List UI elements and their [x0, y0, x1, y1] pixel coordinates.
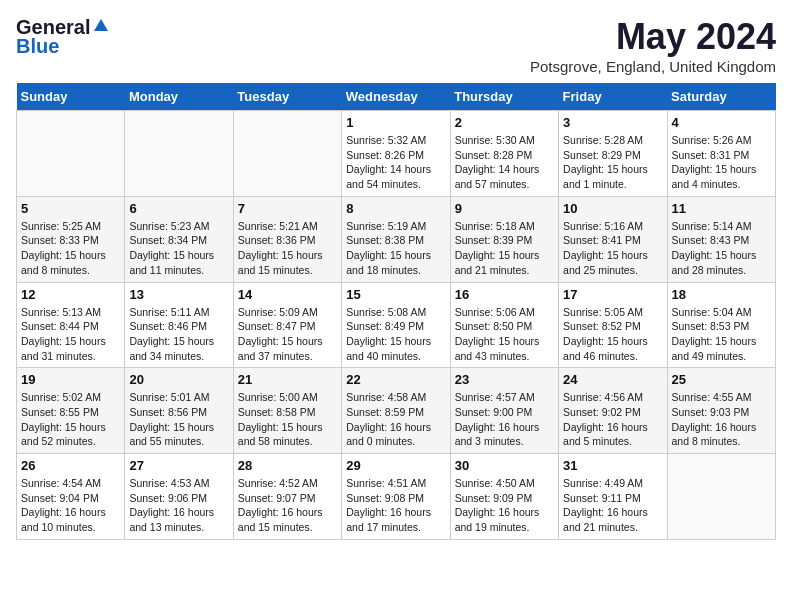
day-number: 25	[672, 372, 771, 387]
day-number: 1	[346, 115, 445, 130]
day-number: 12	[21, 287, 120, 302]
day-number: 31	[563, 458, 662, 473]
day-info: Sunrise: 4:49 AM Sunset: 9:11 PM Dayligh…	[563, 476, 662, 535]
day-cell: 4Sunrise: 5:26 AM Sunset: 8:31 PM Daylig…	[667, 111, 775, 197]
day-number: 22	[346, 372, 445, 387]
day-cell	[125, 111, 233, 197]
day-cell: 10Sunrise: 5:16 AM Sunset: 8:41 PM Dayli…	[559, 196, 667, 282]
day-cell: 20Sunrise: 5:01 AM Sunset: 8:56 PM Dayli…	[125, 368, 233, 454]
day-cell: 19Sunrise: 5:02 AM Sunset: 8:55 PM Dayli…	[17, 368, 125, 454]
day-number: 30	[455, 458, 554, 473]
col-thursday: Thursday	[450, 83, 558, 111]
day-cell: 21Sunrise: 5:00 AM Sunset: 8:58 PM Dayli…	[233, 368, 341, 454]
day-cell	[667, 454, 775, 540]
day-cell: 26Sunrise: 4:54 AM Sunset: 9:04 PM Dayli…	[17, 454, 125, 540]
week-row-2: 5Sunrise: 5:25 AM Sunset: 8:33 PM Daylig…	[17, 196, 776, 282]
day-info: Sunrise: 5:08 AM Sunset: 8:49 PM Dayligh…	[346, 305, 445, 364]
day-info: Sunrise: 5:28 AM Sunset: 8:29 PM Dayligh…	[563, 133, 662, 192]
day-cell: 16Sunrise: 5:06 AM Sunset: 8:50 PM Dayli…	[450, 282, 558, 368]
week-row-1: 1Sunrise: 5:32 AM Sunset: 8:26 PM Daylig…	[17, 111, 776, 197]
day-number: 19	[21, 372, 120, 387]
calendar-table: Sunday Monday Tuesday Wednesday Thursday…	[16, 83, 776, 540]
main-title: May 2024	[530, 16, 776, 58]
day-cell: 29Sunrise: 4:51 AM Sunset: 9:08 PM Dayli…	[342, 454, 450, 540]
day-info: Sunrise: 5:09 AM Sunset: 8:47 PM Dayligh…	[238, 305, 337, 364]
day-info: Sunrise: 4:53 AM Sunset: 9:06 PM Dayligh…	[129, 476, 228, 535]
day-info: Sunrise: 5:02 AM Sunset: 8:55 PM Dayligh…	[21, 390, 120, 449]
day-info: Sunrise: 5:30 AM Sunset: 8:28 PM Dayligh…	[455, 133, 554, 192]
day-number: 27	[129, 458, 228, 473]
day-cell: 14Sunrise: 5:09 AM Sunset: 8:47 PM Dayli…	[233, 282, 341, 368]
day-info: Sunrise: 5:18 AM Sunset: 8:39 PM Dayligh…	[455, 219, 554, 278]
day-info: Sunrise: 5:00 AM Sunset: 8:58 PM Dayligh…	[238, 390, 337, 449]
day-number: 5	[21, 201, 120, 216]
day-info: Sunrise: 5:16 AM Sunset: 8:41 PM Dayligh…	[563, 219, 662, 278]
day-cell: 24Sunrise: 4:56 AM Sunset: 9:02 PM Dayli…	[559, 368, 667, 454]
day-cell: 17Sunrise: 5:05 AM Sunset: 8:52 PM Dayli…	[559, 282, 667, 368]
day-number: 21	[238, 372, 337, 387]
day-cell: 3Sunrise: 5:28 AM Sunset: 8:29 PM Daylig…	[559, 111, 667, 197]
day-cell: 18Sunrise: 5:04 AM Sunset: 8:53 PM Dayli…	[667, 282, 775, 368]
day-info: Sunrise: 5:01 AM Sunset: 8:56 PM Dayligh…	[129, 390, 228, 449]
day-number: 23	[455, 372, 554, 387]
day-number: 2	[455, 115, 554, 130]
day-number: 18	[672, 287, 771, 302]
day-cell: 9Sunrise: 5:18 AM Sunset: 8:39 PM Daylig…	[450, 196, 558, 282]
day-cell: 1Sunrise: 5:32 AM Sunset: 8:26 PM Daylig…	[342, 111, 450, 197]
title-area: May 2024 Potsgrove, England, United King…	[530, 16, 776, 75]
day-cell: 28Sunrise: 4:52 AM Sunset: 9:07 PM Dayli…	[233, 454, 341, 540]
day-number: 17	[563, 287, 662, 302]
day-cell	[233, 111, 341, 197]
day-number: 6	[129, 201, 228, 216]
day-number: 3	[563, 115, 662, 130]
day-cell: 11Sunrise: 5:14 AM Sunset: 8:43 PM Dayli…	[667, 196, 775, 282]
day-cell: 8Sunrise: 5:19 AM Sunset: 8:38 PM Daylig…	[342, 196, 450, 282]
day-cell: 25Sunrise: 4:55 AM Sunset: 9:03 PM Dayli…	[667, 368, 775, 454]
day-cell: 30Sunrise: 4:50 AM Sunset: 9:09 PM Dayli…	[450, 454, 558, 540]
day-number: 9	[455, 201, 554, 216]
day-number: 29	[346, 458, 445, 473]
day-info: Sunrise: 5:26 AM Sunset: 8:31 PM Dayligh…	[672, 133, 771, 192]
day-number: 8	[346, 201, 445, 216]
day-cell: 22Sunrise: 4:58 AM Sunset: 8:59 PM Dayli…	[342, 368, 450, 454]
col-wednesday: Wednesday	[342, 83, 450, 111]
day-cell: 23Sunrise: 4:57 AM Sunset: 9:00 PM Dayli…	[450, 368, 558, 454]
day-number: 13	[129, 287, 228, 302]
day-cell: 13Sunrise: 5:11 AM Sunset: 8:46 PM Dayli…	[125, 282, 233, 368]
day-number: 10	[563, 201, 662, 216]
day-number: 20	[129, 372, 228, 387]
page-header: General Blue May 2024 Potsgrove, England…	[16, 16, 776, 75]
week-row-5: 26Sunrise: 4:54 AM Sunset: 9:04 PM Dayli…	[17, 454, 776, 540]
day-cell: 27Sunrise: 4:53 AM Sunset: 9:06 PM Dayli…	[125, 454, 233, 540]
day-number: 7	[238, 201, 337, 216]
subtitle: Potsgrove, England, United Kingdom	[530, 58, 776, 75]
day-info: Sunrise: 5:04 AM Sunset: 8:53 PM Dayligh…	[672, 305, 771, 364]
day-info: Sunrise: 4:50 AM Sunset: 9:09 PM Dayligh…	[455, 476, 554, 535]
calendar-header-row: Sunday Monday Tuesday Wednesday Thursday…	[17, 83, 776, 111]
day-info: Sunrise: 5:11 AM Sunset: 8:46 PM Dayligh…	[129, 305, 228, 364]
day-info: Sunrise: 5:21 AM Sunset: 8:36 PM Dayligh…	[238, 219, 337, 278]
day-number: 26	[21, 458, 120, 473]
day-cell: 15Sunrise: 5:08 AM Sunset: 8:49 PM Dayli…	[342, 282, 450, 368]
logo: General Blue	[16, 16, 110, 58]
day-info: Sunrise: 4:57 AM Sunset: 9:00 PM Dayligh…	[455, 390, 554, 449]
day-info: Sunrise: 4:51 AM Sunset: 9:08 PM Dayligh…	[346, 476, 445, 535]
day-info: Sunrise: 5:14 AM Sunset: 8:43 PM Dayligh…	[672, 219, 771, 278]
day-info: Sunrise: 5:06 AM Sunset: 8:50 PM Dayligh…	[455, 305, 554, 364]
week-row-4: 19Sunrise: 5:02 AM Sunset: 8:55 PM Dayli…	[17, 368, 776, 454]
logo-flag-icon	[92, 17, 110, 39]
day-cell: 5Sunrise: 5:25 AM Sunset: 8:33 PM Daylig…	[17, 196, 125, 282]
day-info: Sunrise: 5:13 AM Sunset: 8:44 PM Dayligh…	[21, 305, 120, 364]
day-number: 14	[238, 287, 337, 302]
day-info: Sunrise: 5:25 AM Sunset: 8:33 PM Dayligh…	[21, 219, 120, 278]
day-number: 28	[238, 458, 337, 473]
col-friday: Friday	[559, 83, 667, 111]
day-cell: 2Sunrise: 5:30 AM Sunset: 8:28 PM Daylig…	[450, 111, 558, 197]
day-info: Sunrise: 5:05 AM Sunset: 8:52 PM Dayligh…	[563, 305, 662, 364]
col-sunday: Sunday	[17, 83, 125, 111]
day-info: Sunrise: 4:54 AM Sunset: 9:04 PM Dayligh…	[21, 476, 120, 535]
svg-marker-0	[94, 19, 108, 31]
logo-blue-text: Blue	[16, 35, 59, 58]
day-number: 24	[563, 372, 662, 387]
day-info: Sunrise: 4:52 AM Sunset: 9:07 PM Dayligh…	[238, 476, 337, 535]
